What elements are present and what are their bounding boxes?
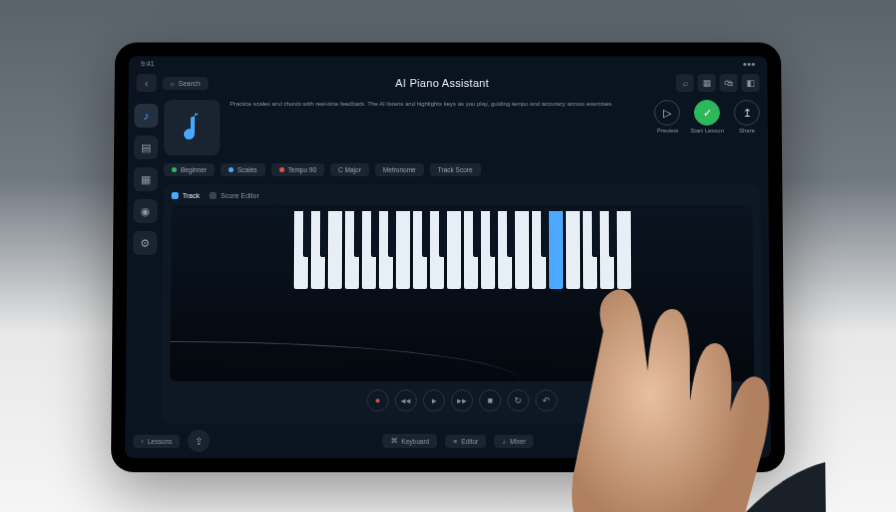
tab-indicator-icon <box>171 192 178 199</box>
share-button[interactable]: ↥ <box>734 100 760 126</box>
chip-scales[interactable]: Scales <box>221 163 265 176</box>
white-key-pressed[interactable] <box>548 211 562 289</box>
status-wifi: ●●● <box>743 60 756 67</box>
main-area: Practice scales and chords with real-tim… <box>162 96 771 424</box>
bottom-share-icon[interactable]: ⇪ <box>188 430 210 452</box>
black-key[interactable] <box>353 211 361 257</box>
piano-keyboard[interactable] <box>170 205 754 381</box>
status-dot-icon <box>714 438 719 443</box>
black-key[interactable] <box>319 211 327 257</box>
black-key[interactable] <box>489 211 497 257</box>
white-key[interactable] <box>616 211 630 289</box>
white-key[interactable] <box>446 211 460 289</box>
black-key[interactable] <box>302 211 310 257</box>
connection-status: Connected <box>706 434 763 447</box>
piano-keys <box>293 211 630 289</box>
music-note-icon <box>178 111 206 145</box>
stop-button[interactable]: ■ <box>479 389 501 411</box>
black-key[interactable] <box>608 211 616 257</box>
chip-trackscore[interactable]: Track Score <box>430 163 481 176</box>
search-input[interactable]: ⌕ Search <box>162 77 208 90</box>
black-key[interactable] <box>438 211 446 257</box>
share-label: Share <box>739 128 755 134</box>
record-button[interactable]: ● <box>367 389 389 411</box>
white-key[interactable] <box>395 211 409 289</box>
next-button[interactable]: ▸▸ <box>451 389 473 411</box>
tablet-frame: 9:41 ●●● ‹ ⌕ Search AI Piano Assistant ⌕… <box>111 42 785 472</box>
tab-indicator-icon <box>210 192 217 199</box>
bottom-item-editor[interactable]: ≡Editor <box>445 434 486 447</box>
black-key[interactable] <box>472 211 480 257</box>
black-key[interactable] <box>506 211 514 257</box>
tab-track[interactable]: Track <box>171 192 199 199</box>
black-key[interactable] <box>421 211 429 257</box>
status-bar: 9:41 ●●● <box>129 56 768 70</box>
bottom-back-button[interactable]: ‹ Lessons <box>133 434 180 447</box>
search-placeholder: Search <box>178 80 200 87</box>
undo-button[interactable]: ↶ <box>535 389 557 411</box>
hero-row: Practice scales and chords with real-tim… <box>164 96 760 163</box>
top-bar: ‹ ⌕ Search AI Piano Assistant ⌕ ▦ 🛍 ◧ <box>128 70 767 96</box>
chevron-left-icon: ‹ <box>141 437 143 444</box>
chip-beginner[interactable]: Beginner <box>164 163 215 176</box>
black-key[interactable] <box>370 211 378 257</box>
black-key[interactable] <box>387 211 395 257</box>
chip-metronome[interactable]: Metronome <box>375 163 424 176</box>
chip-tempo[interactable]: Tempo 90 <box>271 163 324 176</box>
white-key[interactable] <box>327 211 341 289</box>
cart-icon-btn[interactable]: 🛍 <box>720 74 738 92</box>
filter-chip-row: Beginner Scales Tempo 90 C Major Metrono… <box>164 163 761 184</box>
piano-panel: Track Score Editor <box>162 184 763 424</box>
chip-key[interactable]: C Major <box>330 163 369 176</box>
play-button[interactable]: ▸ <box>423 389 445 411</box>
loop-button[interactable]: ↻ <box>507 389 529 411</box>
bottom-bar: ‹ Lessons ⇪ ⌘Keyboard ≡Editor ♪Mixer Con… <box>125 424 771 458</box>
black-key[interactable] <box>540 211 548 257</box>
user-icon-btn[interactable]: ◧ <box>741 74 759 92</box>
app-screen: 9:41 ●●● ‹ ⌕ Search AI Piano Assistant ⌕… <box>125 56 771 458</box>
search-icon-btn[interactable]: ⌕ <box>676 74 694 92</box>
page-title: AI Piano Assistant <box>214 77 670 89</box>
sidebar-item-record[interactable]: ◉ <box>133 199 157 223</box>
preview-button[interactable]: ▷ <box>654 100 680 126</box>
tab-score-editor[interactable]: Score Editor <box>210 192 259 199</box>
velocity-curve <box>170 341 520 381</box>
sidebar-item-lessons[interactable]: ▦ <box>134 167 158 191</box>
lesson-artwork <box>164 100 220 156</box>
bottom-item-keyboard[interactable]: ⌘Keyboard <box>382 434 437 448</box>
sidebar-item-library[interactable]: ▤ <box>134 135 158 159</box>
back-button[interactable]: ‹ <box>136 74 156 92</box>
sidebar-item-home[interactable]: ♪ <box>134 104 158 128</box>
transport-bar: ● ◂◂ ▸ ▸▸ ■ ↻ ↶ <box>170 381 755 415</box>
black-key[interactable] <box>591 211 599 257</box>
grid-icon-btn[interactable]: ▦ <box>698 74 716 92</box>
white-key[interactable] <box>565 211 579 289</box>
sidebar-item-settings[interactable]: ⚙ <box>133 231 157 255</box>
lesson-description: Practice scales and chords with real-tim… <box>230 100 645 156</box>
search-icon: ⌕ <box>170 80 174 87</box>
top-icon-group: ⌕ ▦ 🛍 ◧ <box>676 74 760 92</box>
sidebar: ♪ ▤ ▦ ◉ ⚙ <box>125 96 164 424</box>
prev-button[interactable]: ◂◂ <box>395 389 417 411</box>
panel-tabs: Track Score Editor <box>171 192 752 205</box>
hero-actions: ▷ Preview ✓ Start Lesson ↥ Share <box>654 100 760 156</box>
white-key[interactable] <box>514 211 528 289</box>
start-lesson-button[interactable]: ✓ <box>694 100 720 126</box>
status-time: 9:41 <box>141 60 155 67</box>
bottom-item-mixer[interactable]: ♪Mixer <box>494 434 533 447</box>
preview-label: Preview <box>657 128 678 134</box>
start-lesson-label: Start Lesson <box>690 128 724 134</box>
app-body: ♪ ▤ ▦ ◉ ⚙ Practice scales and chords wit… <box>125 96 770 424</box>
